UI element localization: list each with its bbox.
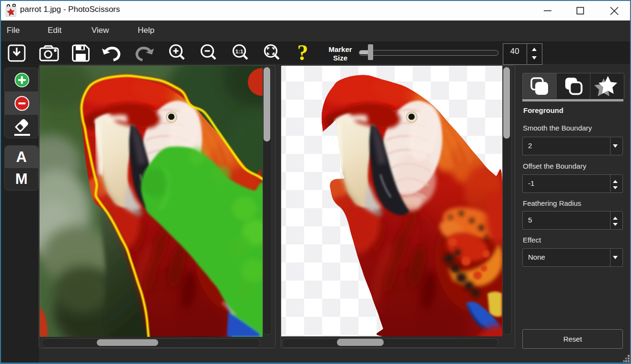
svg-text:1:1: 1:1 <box>235 49 244 54</box>
svg-text:?: ? <box>297 44 308 64</box>
